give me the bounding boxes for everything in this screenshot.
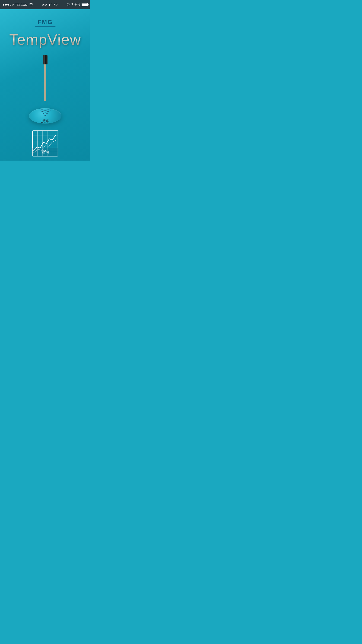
bluetooth-icon — [71, 3, 73, 6]
battery-indicator — [81, 3, 88, 6]
fmg-logo-text: FMG — [38, 18, 53, 26]
svg-point-0 — [31, 6, 32, 6]
query-button[interactable]: 查询 — [29, 130, 62, 157]
signal-dots — [3, 4, 14, 6]
search-label: 搜索 — [41, 118, 49, 124]
signal-dot-4 — [10, 4, 11, 6]
time-display: AM 10:52 — [42, 3, 58, 7]
fmg-logo-area: FMG — [35, 18, 56, 27]
main-content: FMG TempView 搜索 — [0, 9, 90, 160]
query-grid-icon: 查询 — [31, 130, 59, 157]
probe-tip — [43, 55, 48, 64]
app-title: TempView — [9, 31, 81, 48]
status-right: 94% — [66, 3, 88, 6]
svg-text:查询: 查询 — [42, 150, 49, 154]
thermometer-probe — [38, 55, 52, 101]
search-wifi-icon — [40, 108, 50, 116]
svg-point-6 — [44, 115, 46, 116]
signal-dot-3 — [8, 4, 9, 6]
alarm-icon — [66, 3, 70, 6]
signal-dot-2 — [5, 4, 7, 6]
search-button[interactable]: 搜索 — [29, 108, 62, 124]
status-bar: TELCOM AM 10:52 94% — [0, 0, 90, 9]
fmg-underline — [35, 26, 56, 27]
battery-percent: 94% — [74, 3, 80, 6]
status-left: TELCOM — [3, 3, 33, 6]
signal-dot-5 — [12, 4, 14, 6]
carrier-label: TELCOM — [15, 3, 28, 6]
signal-dot-1 — [3, 4, 4, 6]
probe-body — [44, 64, 46, 101]
wifi-icon — [29, 3, 33, 6]
svg-line-5 — [69, 3, 69, 4]
svg-line-3 — [68, 5, 68, 5]
svg-line-4 — [67, 3, 68, 4]
